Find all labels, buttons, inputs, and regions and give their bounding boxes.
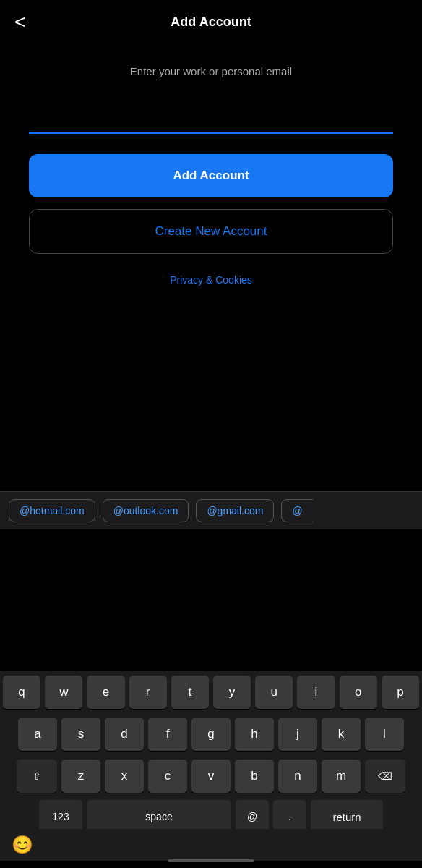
privacy-link[interactable]: Privacy & Cookies: [170, 274, 252, 286]
suggestion-at[interactable]: @: [281, 499, 312, 522]
key-h[interactable]: h: [235, 718, 274, 751]
keyboard-row-2: a s d f g h j k l: [0, 713, 422, 755]
header: < Add Account: [0, 0, 422, 43]
keyboard: q w e r t y u i o p a s d f g h j k l ⇧ …: [0, 671, 422, 839]
key-i[interactable]: i: [297, 676, 335, 709]
keyboard-row-3: ⇧ z x c v b n m ⌫: [0, 755, 422, 797]
key-d[interactable]: d: [105, 718, 144, 751]
create-account-button[interactable]: Create New Account: [29, 209, 393, 254]
back-button[interactable]: <: [14, 12, 25, 31]
key-k[interactable]: k: [322, 718, 361, 751]
key-j[interactable]: j: [278, 718, 317, 751]
email-input[interactable]: [29, 106, 393, 134]
email-subtitle: Enter your work or personal email: [130, 65, 292, 77]
key-b[interactable]: b: [235, 760, 274, 793]
key-w[interactable]: w: [45, 676, 82, 709]
key-o[interactable]: o: [340, 676, 377, 709]
key-c[interactable]: c: [148, 760, 187, 793]
key-v[interactable]: v: [191, 760, 231, 793]
key-x[interactable]: x: [105, 760, 144, 793]
add-account-button[interactable]: Add Account: [29, 154, 393, 197]
shift-key[interactable]: ⇧: [17, 760, 57, 793]
header-title: Add Account: [171, 14, 251, 30]
emoji-button[interactable]: 😊: [12, 835, 33, 855]
home-indicator: [168, 859, 254, 862]
keyboard-suggestions: @hotmail.com @outlook.com @gmail.com @: [0, 491, 422, 529]
key-a[interactable]: a: [18, 718, 57, 751]
key-r[interactable]: r: [129, 676, 167, 709]
suggestion-outlook[interactable]: @outlook.com: [103, 499, 189, 522]
key-l[interactable]: l: [365, 718, 404, 751]
keyboard-row-1: q w e r t y u i o p: [0, 671, 422, 713]
suggestion-gmail[interactable]: @gmail.com: [196, 499, 274, 522]
key-f[interactable]: f: [148, 718, 187, 751]
key-e[interactable]: e: [87, 676, 124, 709]
main-content: Enter your work or personal email Add Ac…: [0, 43, 422, 300]
key-p[interactable]: p: [382, 676, 419, 709]
key-s[interactable]: s: [61, 718, 100, 751]
key-y[interactable]: y: [213, 676, 251, 709]
email-input-wrapper: [29, 106, 393, 134]
key-z[interactable]: z: [61, 760, 100, 793]
key-m[interactable]: m: [322, 760, 361, 793]
key-q[interactable]: q: [3, 676, 40, 709]
key-g[interactable]: g: [191, 718, 231, 751]
delete-key[interactable]: ⌫: [365, 760, 405, 793]
key-t[interactable]: t: [171, 676, 209, 709]
suggestion-hotmail[interactable]: @hotmail.com: [9, 499, 95, 522]
key-u[interactable]: u: [255, 676, 293, 709]
key-n[interactable]: n: [278, 760, 317, 793]
bottom-bar: 😊: [0, 829, 422, 861]
